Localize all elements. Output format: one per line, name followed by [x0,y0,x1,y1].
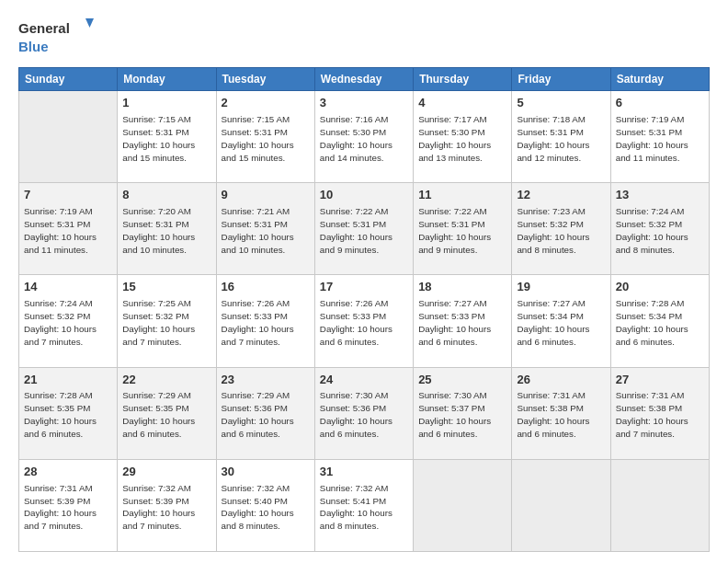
day-number: 4 [418,95,506,112]
calendar-cell: 2Sunrise: 7:15 AMSunset: 5:31 PMDaylight… [216,91,314,183]
calendar-cell [512,459,610,551]
day-info: Sunrise: 7:24 AMSunset: 5:32 PMDaylight:… [616,205,704,257]
calendar-cell: 12Sunrise: 7:23 AMSunset: 5:32 PMDayligh… [512,183,610,275]
calendar-cell [19,91,118,183]
day-number: 31 [320,464,408,481]
calendar-cell: 5Sunrise: 7:18 AMSunset: 5:31 PMDaylight… [512,91,610,183]
day-number: 15 [122,279,210,296]
calendar-cell: 11Sunrise: 7:22 AMSunset: 5:31 PMDayligh… [414,183,512,275]
calendar-cell: 27Sunrise: 7:31 AMSunset: 5:38 PMDayligh… [610,367,709,459]
weekday-thursday: Thursday [414,68,512,91]
day-number: 14 [24,279,112,296]
day-number: 20 [616,279,704,296]
header: General Blue [18,17,710,58]
calendar-cell: 10Sunrise: 7:22 AMSunset: 5:31 PMDayligh… [314,183,413,275]
calendar-cell: 7Sunrise: 7:19 AMSunset: 5:31 PMDaylight… [19,183,118,275]
day-info: Sunrise: 7:32 AMSunset: 5:40 PMDaylight:… [222,482,310,534]
day-number: 2 [222,95,310,112]
day-info: Sunrise: 7:31 AMSunset: 5:38 PMDaylight:… [517,389,605,441]
day-info: Sunrise: 7:28 AMSunset: 5:34 PMDaylight:… [616,297,704,349]
day-info: Sunrise: 7:32 AMSunset: 5:39 PMDaylight:… [122,482,210,534]
day-info: Sunrise: 7:20 AMSunset: 5:31 PMDaylight:… [122,205,210,257]
logo-svg: General Blue [18,17,101,58]
calendar-cell: 30Sunrise: 7:32 AMSunset: 5:40 PMDayligh… [216,459,314,551]
day-number: 3 [320,95,408,112]
day-number: 11 [418,187,506,204]
calendar-cell: 18Sunrise: 7:27 AMSunset: 5:33 PMDayligh… [414,275,512,367]
svg-text:Blue: Blue [18,39,49,54]
day-number: 13 [616,187,704,204]
day-info: Sunrise: 7:28 AMSunset: 5:35 PMDaylight:… [24,389,112,441]
day-info: Sunrise: 7:22 AMSunset: 5:31 PMDaylight:… [320,205,408,257]
calendar-cell: 3Sunrise: 7:16 AMSunset: 5:30 PMDaylight… [314,91,413,183]
weekday-wednesday: Wednesday [314,68,413,91]
calendar-cell: 13Sunrise: 7:24 AMSunset: 5:32 PMDayligh… [610,183,709,275]
day-number: 22 [122,372,210,389]
day-number: 24 [320,372,408,389]
calendar-cell: 23Sunrise: 7:29 AMSunset: 5:36 PMDayligh… [216,367,314,459]
day-info: Sunrise: 7:26 AMSunset: 5:33 PMDaylight:… [222,297,310,349]
day-info: Sunrise: 7:18 AMSunset: 5:31 PMDaylight:… [517,113,605,165]
calendar-cell: 19Sunrise: 7:27 AMSunset: 5:34 PMDayligh… [512,275,610,367]
day-number: 29 [122,464,210,481]
calendar-cell: 15Sunrise: 7:25 AMSunset: 5:32 PMDayligh… [118,275,216,367]
day-info: Sunrise: 7:22 AMSunset: 5:31 PMDaylight:… [418,205,506,257]
calendar-cell: 24Sunrise: 7:30 AMSunset: 5:36 PMDayligh… [314,367,413,459]
day-info: Sunrise: 7:25 AMSunset: 5:32 PMDaylight:… [122,297,210,349]
day-number: 17 [320,279,408,296]
day-number: 19 [517,279,605,296]
calendar-cell: 17Sunrise: 7:26 AMSunset: 5:33 PMDayligh… [314,275,413,367]
weekday-sunday: Sunday [19,68,118,91]
day-number: 27 [616,372,704,389]
day-number: 9 [222,187,310,204]
svg-marker-1 [85,18,94,28]
day-number: 5 [517,95,605,112]
weekday-saturday: Saturday [610,68,709,91]
day-number: 16 [222,279,310,296]
day-info: Sunrise: 7:30 AMSunset: 5:37 PMDaylight:… [418,389,506,441]
calendar-cell: 21Sunrise: 7:28 AMSunset: 5:35 PMDayligh… [19,367,118,459]
day-info: Sunrise: 7:16 AMSunset: 5:30 PMDaylight:… [320,113,408,165]
day-info: Sunrise: 7:29 AMSunset: 5:36 PMDaylight:… [222,389,310,441]
day-info: Sunrise: 7:31 AMSunset: 5:39 PMDaylight:… [24,482,112,534]
calendar-cell [414,459,512,551]
calendar-cell: 8Sunrise: 7:20 AMSunset: 5:31 PMDaylight… [118,183,216,275]
calendar-cell: 1Sunrise: 7:15 AMSunset: 5:31 PMDaylight… [118,91,216,183]
day-info: Sunrise: 7:26 AMSunset: 5:33 PMDaylight:… [320,297,408,349]
day-info: Sunrise: 7:17 AMSunset: 5:30 PMDaylight:… [418,113,506,165]
weekday-monday: Monday [118,68,216,91]
day-info: Sunrise: 7:29 AMSunset: 5:35 PMDaylight:… [122,389,210,441]
page: General Blue SundayMondayTuesdayWednesda… [0,0,728,563]
calendar-cell: 29Sunrise: 7:32 AMSunset: 5:39 PMDayligh… [118,459,216,551]
day-number: 21 [24,372,112,389]
calendar-cell: 26Sunrise: 7:31 AMSunset: 5:38 PMDayligh… [512,367,610,459]
calendar-cell: 25Sunrise: 7:30 AMSunset: 5:37 PMDayligh… [414,367,512,459]
day-info: Sunrise: 7:21 AMSunset: 5:31 PMDaylight:… [222,205,310,257]
day-info: Sunrise: 7:24 AMSunset: 5:32 PMDaylight:… [24,297,112,349]
day-info: Sunrise: 7:27 AMSunset: 5:34 PMDaylight:… [517,297,605,349]
calendar-cell [610,459,709,551]
day-info: Sunrise: 7:19 AMSunset: 5:31 PMDaylight:… [24,205,112,257]
svg-text:General: General [18,20,70,36]
day-info: Sunrise: 7:15 AMSunset: 5:31 PMDaylight:… [122,113,210,165]
weekday-friday: Friday [512,68,610,91]
calendar-cell: 31Sunrise: 7:32 AMSunset: 5:41 PMDayligh… [314,459,413,551]
day-info: Sunrise: 7:32 AMSunset: 5:41 PMDaylight:… [320,482,408,534]
day-number: 30 [222,464,310,481]
day-number: 26 [517,372,605,389]
day-number: 18 [418,279,506,296]
day-info: Sunrise: 7:23 AMSunset: 5:32 PMDaylight:… [517,205,605,257]
logo: General Blue [18,17,101,58]
day-number: 1 [122,95,210,112]
day-number: 28 [24,464,112,481]
day-number: 8 [122,187,210,204]
day-number: 12 [517,187,605,204]
calendar-table: SundayMondayTuesdayWednesdayThursdayFrid… [18,67,710,552]
day-number: 25 [418,372,506,389]
day-info: Sunrise: 7:27 AMSunset: 5:33 PMDaylight:… [418,297,506,349]
calendar-cell: 9Sunrise: 7:21 AMSunset: 5:31 PMDaylight… [216,183,314,275]
calendar-cell: 28Sunrise: 7:31 AMSunset: 5:39 PMDayligh… [19,459,118,551]
calendar-cell: 4Sunrise: 7:17 AMSunset: 5:30 PMDaylight… [414,91,512,183]
calendar-cell: 22Sunrise: 7:29 AMSunset: 5:35 PMDayligh… [118,367,216,459]
day-number: 10 [320,187,408,204]
